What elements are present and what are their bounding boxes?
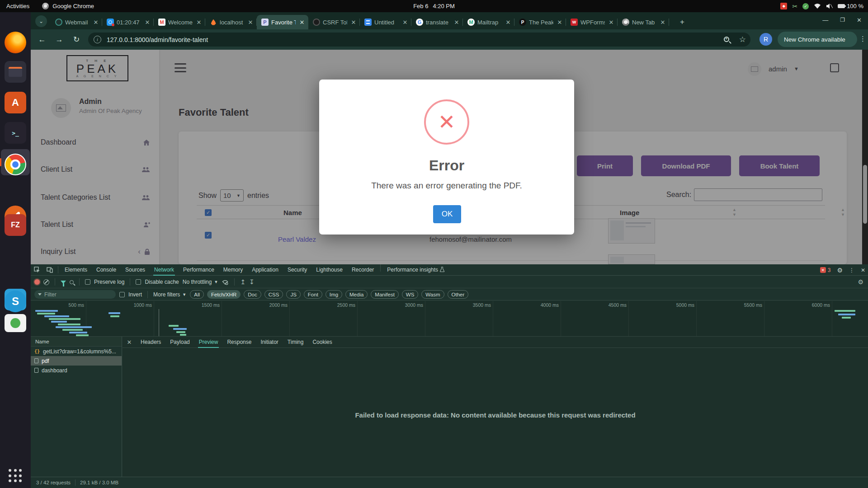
tab-close-icon[interactable]: ✕ bbox=[195, 19, 203, 26]
devtools-tab-network[interactable]: Network bbox=[150, 264, 179, 276]
device-toolbar-icon[interactable] bbox=[43, 264, 56, 275]
tab-close-icon[interactable]: ✕ bbox=[608, 19, 615, 26]
detail-tab-cookies[interactable]: Cookies bbox=[308, 337, 336, 348]
devtools-menu-kebab[interactable]: ⋮ bbox=[849, 267, 854, 273]
back-button[interactable]: ← bbox=[35, 33, 49, 47]
browser-tab-mailtrap[interactable]: MMailtrap✕ bbox=[463, 15, 514, 29]
filter-input[interactable]: Filter bbox=[34, 290, 116, 299]
detail-close-icon[interactable]: ✕ bbox=[123, 339, 136, 346]
devtools-close-button[interactable]: ✕ bbox=[861, 267, 865, 273]
chrome-update-button[interactable]: New Chrome available bbox=[778, 32, 857, 47]
tab-close-icon[interactable]: ✕ bbox=[298, 19, 306, 26]
disable-cache-checkbox[interactable] bbox=[136, 279, 141, 285]
filter-pill-all[interactable]: All bbox=[190, 290, 204, 299]
devtools-tab-performance-insights[interactable]: Performance insights bbox=[382, 264, 449, 276]
modal-ok-button[interactable]: OK bbox=[433, 205, 461, 223]
devtools-tab-lighthouse[interactable]: Lighthouse bbox=[311, 264, 347, 276]
devtools-tab-sources[interactable]: Sources bbox=[121, 264, 150, 276]
throttling-select[interactable]: No throttling▼ bbox=[183, 279, 218, 285]
requests-name-header[interactable]: Name bbox=[31, 337, 122, 347]
show-applications-button[interactable] bbox=[7, 468, 24, 484]
site-info-icon[interactable]: i bbox=[94, 36, 101, 43]
filter-pill-wasm[interactable]: Wasm bbox=[421, 290, 444, 299]
tab-close-icon[interactable]: ✕ bbox=[247, 19, 254, 26]
devtools-tab-performance[interactable]: Performance bbox=[179, 264, 219, 276]
request-row-getlist-draw-1-columns-5-[interactable]: {}getList?draw=1&columns%5... bbox=[31, 347, 122, 356]
filter-pill-manifest[interactable]: Manifest bbox=[371, 290, 398, 299]
record-network-log-button[interactable] bbox=[34, 279, 40, 285]
ubuntu-software-dock-icon[interactable]: A bbox=[5, 92, 26, 113]
network-overview-timeline[interactable]: 500 ms1000 ms1500 ms2000 ms2500 ms3000 m… bbox=[31, 301, 868, 337]
clock[interactable]: Feb 6 4:20 PM bbox=[413, 3, 455, 9]
tab-close-icon[interactable]: ✕ bbox=[505, 19, 512, 26]
browser-tab-favorite-t[interactable]: PFavorite T✕ bbox=[257, 15, 308, 29]
request-row-dashboard[interactable]: dashboard bbox=[31, 366, 122, 375]
inspect-element-icon[interactable] bbox=[31, 264, 43, 275]
network-conditions-icon[interactable] bbox=[222, 279, 229, 285]
request-row-pdf[interactable]: pdf bbox=[31, 356, 122, 366]
green-app-dock-icon[interactable] bbox=[5, 314, 26, 332]
zoom-icon[interactable] bbox=[724, 37, 729, 42]
tab-close-icon[interactable]: ✕ bbox=[350, 19, 357, 26]
browser-tab-webmail[interactable]: Webmail✕ bbox=[51, 15, 102, 29]
system-tray[interactable]: ◆ ✂ ✓ 100 % bbox=[780, 3, 863, 10]
browser-tab-translate[interactable]: Gtranslate✕ bbox=[411, 15, 463, 29]
filter-pill-ws[interactable]: WS bbox=[402, 290, 419, 299]
tab-close-icon[interactable]: ✕ bbox=[556, 19, 563, 26]
browser-tab-new-tab[interactable]: New Tab✕ bbox=[618, 15, 669, 29]
filezilla-dock-icon[interactable]: FZ bbox=[5, 214, 26, 236]
filter-pill-other[interactable]: Other bbox=[448, 290, 469, 299]
files-dock-icon[interactable] bbox=[5, 61, 26, 83]
filter-toggle-icon[interactable] bbox=[61, 281, 66, 284]
tab-close-icon[interactable]: ✕ bbox=[659, 19, 666, 26]
filter-pill-media[interactable]: Media bbox=[345, 290, 368, 299]
filter-pill-css[interactable]: CSS bbox=[264, 290, 283, 299]
bookmark-star-icon[interactable]: ☆ bbox=[739, 37, 746, 43]
page-scrollbar[interactable] bbox=[862, 50, 868, 264]
devtools-settings-gear-icon[interactable]: ⚙ bbox=[837, 267, 843, 274]
clear-network-log-button[interactable] bbox=[43, 279, 49, 285]
console-error-badge[interactable]: ✕3 bbox=[820, 267, 831, 273]
export-har-icon[interactable]: ↧ bbox=[249, 278, 255, 286]
chrome-dock-icon[interactable] bbox=[5, 154, 26, 175]
detail-tab-initiator[interactable]: Initiator bbox=[256, 337, 283, 348]
more-filters-button[interactable]: More filters▼ bbox=[153, 291, 186, 298]
skype-dock-icon[interactable]: S bbox=[5, 291, 26, 312]
filter-pill-doc[interactable]: Doc bbox=[244, 290, 261, 299]
devtools-tab-recorder[interactable]: Recorder bbox=[347, 264, 378, 276]
devtools-tab-console[interactable]: Console bbox=[92, 264, 121, 276]
preserve-log-checkbox[interactable] bbox=[85, 279, 90, 285]
tab-close-icon[interactable]: ✕ bbox=[92, 19, 99, 26]
detail-tab-payload[interactable]: Payload bbox=[165, 337, 194, 348]
browser-tab-the-peak[interactable]: PThe Peak✕ bbox=[514, 15, 566, 29]
devtools-tab-elements[interactable]: Elements bbox=[60, 264, 92, 276]
import-har-icon[interactable]: ↥ bbox=[240, 278, 245, 286]
detail-tab-headers[interactable]: Headers bbox=[136, 337, 165, 348]
filter-pill-font[interactable]: Font bbox=[304, 290, 322, 299]
devtools-tab-security[interactable]: Security bbox=[283, 264, 311, 276]
browser-tab-01-20-47[interactable]: 01:20:47✕ bbox=[102, 15, 154, 29]
invert-checkbox[interactable] bbox=[119, 292, 125, 297]
detail-tab-preview[interactable]: Preview bbox=[194, 337, 223, 348]
tab-close-icon[interactable]: ✕ bbox=[453, 19, 460, 26]
firefox-dock-icon[interactable] bbox=[5, 32, 26, 53]
network-settings-gear-icon[interactable]: ⚙ bbox=[858, 278, 863, 286]
url-bar[interactable]: i 127.0.0.1:8000/admin/favorite-talent ☆ bbox=[88, 33, 750, 47]
browser-menu-kebab[interactable]: ⋮ bbox=[859, 35, 866, 43]
focused-app-indicator[interactable]: Google Chrome bbox=[42, 3, 94, 9]
profile-avatar[interactable]: R bbox=[760, 33, 772, 46]
browser-tab-wpforms[interactable]: WWPForms✕ bbox=[566, 15, 618, 29]
activities-button[interactable]: Activities bbox=[6, 3, 29, 9]
forward-button[interactable]: → bbox=[52, 33, 66, 47]
filter-pill-fetch-xhr[interactable]: Fetch/XHR bbox=[207, 290, 241, 299]
window-minimize-button[interactable]: — bbox=[822, 17, 828, 23]
browser-tab-localhost[interactable]: localhost✕ bbox=[205, 15, 257, 29]
window-close-button[interactable]: ✕ bbox=[857, 17, 862, 23]
window-maximize-button[interactable]: ❐ bbox=[840, 17, 845, 23]
detail-tab-response[interactable]: Response bbox=[222, 337, 256, 348]
tab-close-icon[interactable]: ✕ bbox=[144, 19, 151, 26]
devtools-tab-memory[interactable]: Memory bbox=[219, 264, 247, 276]
tab-close-icon[interactable]: ✕ bbox=[401, 19, 409, 26]
new-tab-button[interactable]: + bbox=[676, 16, 688, 28]
search-network-icon[interactable] bbox=[70, 280, 74, 284]
